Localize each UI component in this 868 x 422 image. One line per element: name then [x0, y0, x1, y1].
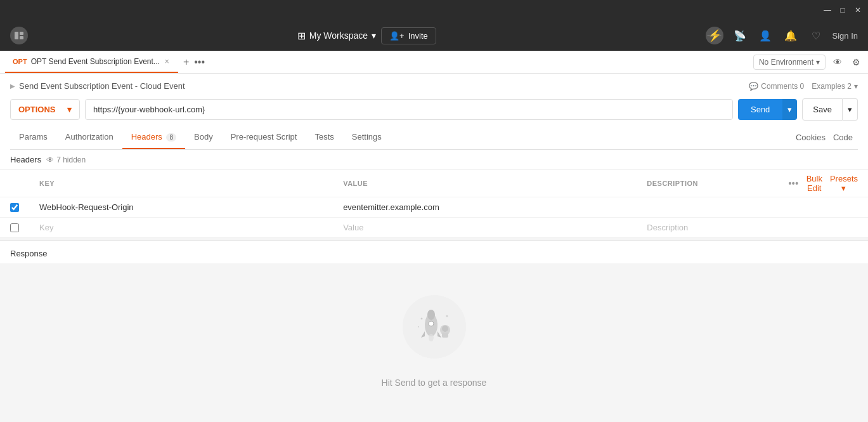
sign-in-button[interactable]: Sign In	[832, 31, 858, 41]
request-tab[interactable]: OPT OPT Send Event Subscription Event...…	[5, 51, 178, 73]
cookies-link[interactable]: Cookies	[796, 126, 826, 148]
presets-button[interactable]: Presets ▾	[830, 174, 858, 193]
save-button[interactable]: Save	[802, 98, 843, 121]
eye-hidden-icon: 👁	[46, 155, 54, 164]
row-value-cell[interactable]: eventemitter.example.com	[333, 197, 637, 218]
save-dropdown-button[interactable]: ▾	[843, 98, 858, 121]
nav-center: ⊞ My Workspace ▾ 👤+ Invite	[297, 27, 436, 44]
eye-icon: 👁	[833, 57, 842, 67]
new-row-value-cell[interactable]: Value	[333, 218, 637, 238]
tab-tests-label: Tests	[314, 132, 334, 142]
breadcrumb: ▶ Send Event Subscription Event - Cloud …	[10, 81, 858, 91]
comments-badge: 💬 Comments 0	[749, 82, 804, 91]
svg-point-4	[427, 310, 435, 320]
hidden-headers-badge: 👁 7 hidden	[46, 155, 86, 164]
new-row-desc-cell[interactable]: Description	[637, 218, 778, 238]
response-section: Response	[0, 241, 868, 263]
tab-params[interactable]: Params	[10, 126, 56, 149]
minimize-button[interactable]: —	[822, 5, 832, 15]
url-input[interactable]	[85, 99, 733, 120]
method-label: OPTIONS	[18, 105, 56, 114]
save-group: Save ▾	[802, 98, 858, 121]
tab-authorization[interactable]: Authorization	[56, 126, 122, 149]
sidebar-toggle-icon[interactable]	[10, 27, 28, 44]
table-row: WebHook-Request-Origin eventemitter.exam…	[0, 197, 868, 218]
svg-point-8	[429, 334, 434, 341]
maximize-button[interactable]: □	[838, 5, 848, 15]
send-button[interactable]: Send	[738, 99, 782, 120]
svg-rect-2	[20, 36, 23, 39]
response-empty-state: Hit Send to get a response	[0, 263, 868, 422]
headers-title-bar: Headers 👁 7 hidden	[0, 150, 868, 170]
new-row-checkbox[interactable]	[10, 223, 19, 232]
code-link[interactable]: Code	[833, 126, 853, 148]
workspace-button[interactable]: ⊞ My Workspace ▾	[297, 30, 376, 42]
tab-body[interactable]: Body	[185, 126, 222, 149]
col-actions-header: ••• Bulk Edit Presets ▾	[778, 170, 868, 197]
nav-right: ⚡ 📡 👤 🔔 ♡ Sign In	[706, 27, 858, 44]
new-row-actions-cell	[778, 218, 868, 238]
grid-icon: ⊞	[297, 30, 306, 42]
rocket-icon	[403, 295, 466, 359]
heart-icon[interactable]: ♡	[807, 27, 825, 44]
row-desc-cell[interactable]	[637, 197, 778, 218]
radio-icon[interactable]: 📡	[731, 27, 749, 44]
tab-close-button[interactable]: ×	[164, 57, 171, 66]
send-dropdown-button[interactable]: ▾	[782, 99, 797, 120]
tab-authorization-label: Authorization	[65, 132, 113, 142]
tab-pre-request-label: Pre-request Script	[231, 132, 297, 142]
lightning-icon[interactable]: ⚡	[706, 27, 723, 44]
environment-eye-button[interactable]: 👁	[831, 55, 845, 70]
invite-button[interactable]: 👤+ Invite	[381, 27, 436, 44]
nav-left	[10, 27, 28, 44]
tab-more-button[interactable]: •••	[194, 56, 205, 68]
gear-icon: ⚙	[852, 57, 860, 67]
close-button[interactable]: ✕	[853, 5, 863, 15]
invite-icon: 👤+	[389, 31, 405, 41]
request-tab-right: Cookies Code	[796, 126, 858, 148]
row-key-cell[interactable]: WebHook-Request-Origin	[29, 197, 333, 218]
tab-params-label: Params	[19, 132, 48, 142]
more-dots-icon[interactable]: •••	[788, 178, 798, 188]
svg-rect-1	[20, 32, 23, 35]
examples-badge: Examples 2 ▾	[812, 82, 858, 91]
tab-headers[interactable]: Headers 8	[122, 126, 185, 149]
environment-settings-button[interactable]: ⚙	[850, 55, 863, 70]
breadcrumb-title: Send Event Subscription Event - Cloud Ev…	[19, 81, 185, 91]
row-checkbox-cell	[0, 197, 29, 218]
headers-count-badge: 8	[166, 133, 176, 142]
new-tab-button[interactable]: +	[183, 56, 189, 68]
bulk-edit-button[interactable]: Bulk Edit	[806, 174, 822, 193]
hit-send-text: Hit Send to get a response	[382, 378, 487, 388]
tab-actions: + •••	[183, 51, 205, 73]
environment-selector[interactable]: No Environment ▾	[753, 55, 826, 70]
svg-marker-5	[421, 331, 425, 338]
request-tabs: Params Authorization Headers 8 Body Pre-…	[10, 126, 858, 150]
workspace-chevron-icon: ▾	[372, 30, 376, 41]
nav-bar: ⊞ My Workspace ▾ 👤+ Invite ⚡ 📡 👤 🔔 ♡ Sig…	[0, 20, 868, 51]
tab-title-label: OPT Send Event Subscription Event...	[31, 57, 160, 66]
col-key-header: KEY	[29, 170, 333, 197]
tab-settings[interactable]: Settings	[343, 126, 391, 149]
row-actions-cell	[778, 197, 868, 218]
table-row-new: Key Value Description	[0, 218, 868, 238]
examples-chevron-icon: ▾	[854, 82, 858, 91]
svg-point-7	[429, 321, 434, 326]
rocket-illustration	[396, 289, 472, 365]
method-selector[interactable]: OPTIONS ▾	[10, 99, 80, 120]
headers-title: Headers	[10, 155, 41, 164]
hidden-count-label: 7 hidden	[56, 155, 86, 164]
table-header-row: KEY VALUE DESCRIPTION ••• Bulk Edit Pres…	[0, 170, 868, 197]
user-icon[interactable]: 👤	[756, 27, 774, 44]
headers-table: KEY VALUE DESCRIPTION ••• Bulk Edit Pres…	[0, 170, 868, 238]
tab-pre-request-script[interactable]: Pre-request Script	[222, 126, 306, 149]
tab-method-label: OPT	[13, 58, 27, 65]
bell-icon[interactable]: 🔔	[782, 27, 800, 44]
svg-rect-11	[442, 333, 448, 338]
row-checkbox[interactable]	[10, 203, 19, 212]
new-row-key-cell[interactable]: Key	[29, 218, 333, 238]
title-bar: — □ ✕	[0, 0, 868, 20]
env-chevron-icon: ▾	[816, 58, 820, 67]
col-check-header	[0, 170, 29, 197]
tab-tests[interactable]: Tests	[306, 126, 342, 149]
